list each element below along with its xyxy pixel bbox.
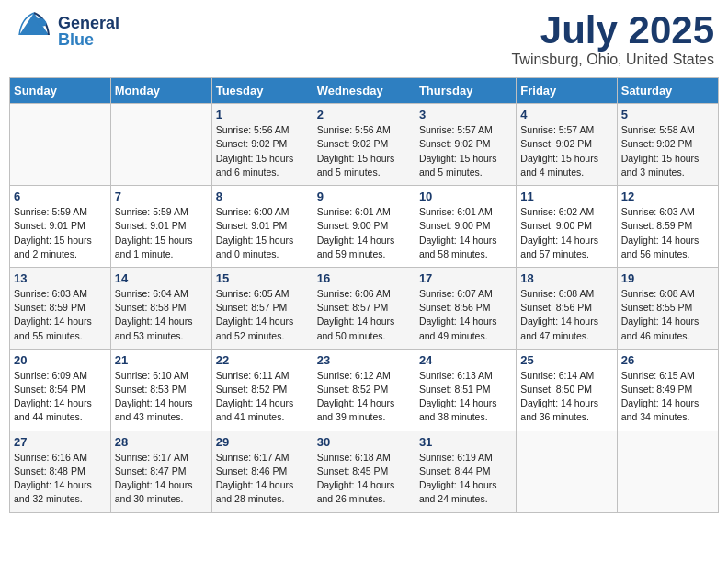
day-number: 31 [419, 435, 512, 449]
calendar-cell: 6Sunrise: 5:59 AM Sunset: 9:01 PM Daylig… [10, 186, 111, 268]
day-number: 8 [216, 190, 309, 203]
day-info: Sunrise: 6:16 AM Sunset: 8:48 PM Dayligh… [14, 451, 107, 507]
day-info: Sunrise: 6:05 AM Sunset: 8:57 PM Dayligh… [216, 287, 309, 343]
day-number: 28 [115, 435, 208, 449]
day-info: Sunrise: 6:01 AM Sunset: 9:00 PM Dayligh… [317, 205, 411, 261]
day-number: 7 [115, 190, 208, 203]
calendar-cell: 8Sunrise: 6:00 AM Sunset: 9:01 PM Daylig… [211, 186, 313, 268]
logo-text-group: General Blue [58, 15, 119, 48]
calendar-week-2: 6Sunrise: 5:59 AM Sunset: 9:01 PM Daylig… [10, 186, 719, 268]
calendar-cell: 30Sunrise: 6:18 AM Sunset: 8:45 PM Dayli… [313, 431, 415, 512]
calendar-cell: 28Sunrise: 6:17 AM Sunset: 8:47 PM Dayli… [110, 431, 211, 512]
day-info: Sunrise: 5:57 AM Sunset: 9:02 PM Dayligh… [520, 123, 612, 179]
day-header-tuesday: Tuesday [211, 78, 313, 104]
day-number: 30 [317, 435, 411, 449]
day-info: Sunrise: 5:56 AM Sunset: 9:02 PM Dayligh… [317, 123, 411, 179]
day-header-friday: Friday [517, 78, 617, 104]
calendar-cell: 23Sunrise: 6:12 AM Sunset: 8:52 PM Dayli… [313, 349, 415, 431]
calendar-cell: 27Sunrise: 6:16 AM Sunset: 8:48 PM Dayli… [10, 431, 111, 512]
day-number: 27 [14, 435, 107, 449]
day-number: 26 [621, 353, 714, 367]
day-info: Sunrise: 6:19 AM Sunset: 8:44 PM Dayligh… [419, 451, 512, 507]
calendar-cell: 1Sunrise: 5:56 AM Sunset: 9:02 PM Daylig… [211, 104, 313, 186]
day-number: 3 [419, 108, 512, 121]
day-info: Sunrise: 6:08 AM Sunset: 8:55 PM Dayligh… [621, 287, 714, 343]
calendar-cell: 17Sunrise: 6:07 AM Sunset: 8:56 PM Dayli… [415, 267, 516, 349]
day-info: Sunrise: 6:18 AM Sunset: 8:45 PM Dayligh… [317, 451, 411, 507]
calendar-cell: 24Sunrise: 6:13 AM Sunset: 8:51 PM Dayli… [415, 349, 516, 431]
logo-icon [14, 9, 54, 53]
day-number: 15 [216, 271, 309, 285]
day-number: 18 [520, 271, 612, 285]
day-header-thursday: Thursday [415, 78, 516, 104]
calendar-header: SundayMondayTuesdayWednesdayThursdayFrid… [10, 78, 719, 104]
calendar-cell: 21Sunrise: 6:10 AM Sunset: 8:53 PM Dayli… [110, 349, 211, 431]
day-number: 25 [520, 353, 612, 367]
day-info: Sunrise: 6:13 AM Sunset: 8:51 PM Dayligh… [419, 369, 512, 425]
calendar-cell: 22Sunrise: 6:11 AM Sunset: 8:52 PM Dayli… [211, 349, 313, 431]
calendar-week-1: 1Sunrise: 5:56 AM Sunset: 9:02 PM Daylig… [10, 104, 719, 186]
calendar-cell: 26Sunrise: 6:15 AM Sunset: 8:49 PM Dayli… [617, 349, 718, 431]
calendar-cell: 20Sunrise: 6:09 AM Sunset: 8:54 PM Dayli… [10, 349, 111, 431]
day-number: 9 [317, 190, 411, 203]
day-info: Sunrise: 5:59 AM Sunset: 9:01 PM Dayligh… [115, 205, 208, 261]
calendar-cell: 2Sunrise: 5:56 AM Sunset: 9:02 PM Daylig… [313, 104, 415, 186]
calendar-cell: 15Sunrise: 6:05 AM Sunset: 8:57 PM Dayli… [211, 267, 313, 349]
day-info: Sunrise: 6:14 AM Sunset: 8:50 PM Dayligh… [520, 369, 612, 425]
title-block: July 2025 Twinsburg, Ohio, United States [511, 9, 714, 68]
month-title: July 2025 [511, 9, 714, 52]
calendar-body: 1Sunrise: 5:56 AM Sunset: 9:02 PM Daylig… [10, 104, 719, 512]
day-info: Sunrise: 6:07 AM Sunset: 8:56 PM Dayligh… [419, 287, 512, 343]
day-info: Sunrise: 6:06 AM Sunset: 8:57 PM Dayligh… [317, 287, 411, 343]
day-info: Sunrise: 6:09 AM Sunset: 8:54 PM Dayligh… [14, 369, 107, 425]
day-info: Sunrise: 5:58 AM Sunset: 9:02 PM Dayligh… [621, 123, 714, 179]
calendar-week-5: 27Sunrise: 6:16 AM Sunset: 8:48 PM Dayli… [10, 431, 719, 512]
day-info: Sunrise: 6:03 AM Sunset: 8:59 PM Dayligh… [621, 205, 714, 261]
day-number: 20 [14, 353, 107, 367]
day-info: Sunrise: 6:17 AM Sunset: 8:47 PM Dayligh… [115, 451, 208, 507]
day-info: Sunrise: 5:59 AM Sunset: 9:01 PM Dayligh… [14, 205, 107, 261]
calendar-week-4: 20Sunrise: 6:09 AM Sunset: 8:54 PM Dayli… [10, 349, 719, 431]
day-number: 1 [216, 108, 309, 121]
day-number: 12 [621, 190, 714, 203]
day-info: Sunrise: 6:12 AM Sunset: 8:52 PM Dayligh… [317, 369, 411, 425]
day-number: 5 [621, 108, 714, 121]
calendar-cell: 18Sunrise: 6:08 AM Sunset: 8:56 PM Dayli… [517, 267, 617, 349]
calendar-cell: 5Sunrise: 5:58 AM Sunset: 9:02 PM Daylig… [617, 104, 718, 186]
calendar-table: SundayMondayTuesdayWednesdayThursdayFrid… [9, 77, 719, 512]
day-number: 21 [115, 353, 208, 367]
calendar-cell: 11Sunrise: 6:02 AM Sunset: 9:00 PM Dayli… [517, 186, 617, 268]
calendar-cell [10, 104, 111, 186]
day-info: Sunrise: 6:10 AM Sunset: 8:53 PM Dayligh… [115, 369, 208, 425]
calendar-cell: 31Sunrise: 6:19 AM Sunset: 8:44 PM Dayli… [415, 431, 516, 512]
logo-general-text: General [58, 15, 119, 31]
calendar-cell: 13Sunrise: 6:03 AM Sunset: 8:59 PM Dayli… [10, 267, 111, 349]
day-number: 13 [14, 271, 107, 285]
day-number: 17 [419, 271, 512, 285]
day-info: Sunrise: 6:00 AM Sunset: 9:01 PM Dayligh… [216, 205, 309, 261]
day-info: Sunrise: 6:03 AM Sunset: 8:59 PM Dayligh… [14, 287, 107, 343]
day-info: Sunrise: 5:57 AM Sunset: 9:02 PM Dayligh… [419, 123, 512, 179]
calendar-cell: 10Sunrise: 6:01 AM Sunset: 9:00 PM Dayli… [415, 186, 516, 268]
day-number: 4 [520, 108, 612, 121]
day-number: 24 [419, 353, 512, 367]
calendar-cell: 25Sunrise: 6:14 AM Sunset: 8:50 PM Dayli… [517, 349, 617, 431]
day-info: Sunrise: 6:01 AM Sunset: 9:00 PM Dayligh… [419, 205, 512, 261]
day-info: Sunrise: 6:02 AM Sunset: 9:00 PM Dayligh… [520, 205, 612, 261]
calendar-cell [517, 431, 617, 512]
calendar-cell: 16Sunrise: 6:06 AM Sunset: 8:57 PM Dayli… [313, 267, 415, 349]
calendar-cell: 12Sunrise: 6:03 AM Sunset: 8:59 PM Dayli… [617, 186, 718, 268]
day-number: 19 [621, 271, 714, 285]
day-info: Sunrise: 6:17 AM Sunset: 8:46 PM Dayligh… [216, 451, 309, 507]
calendar-week-3: 13Sunrise: 6:03 AM Sunset: 8:59 PM Dayli… [10, 267, 719, 349]
calendar-cell: 3Sunrise: 5:57 AM Sunset: 9:02 PM Daylig… [415, 104, 516, 186]
calendar-cell [110, 104, 211, 186]
day-number: 2 [317, 108, 411, 121]
day-number: 11 [520, 190, 612, 203]
days-of-week-row: SundayMondayTuesdayWednesdayThursdayFrid… [10, 78, 719, 104]
day-header-sunday: Sunday [10, 78, 111, 104]
calendar-cell [617, 431, 718, 512]
day-header-wednesday: Wednesday [313, 78, 415, 104]
day-info: Sunrise: 6:08 AM Sunset: 8:56 PM Dayligh… [520, 287, 612, 343]
day-info: Sunrise: 6:15 AM Sunset: 8:49 PM Dayligh… [621, 369, 714, 425]
